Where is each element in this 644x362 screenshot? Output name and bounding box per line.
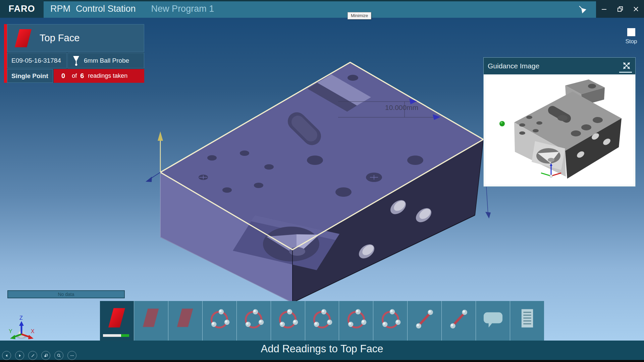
orientation-triad: Z Y X	[9, 315, 35, 339]
minimize-tooltip: Minimize	[347, 12, 371, 19]
dimension-label: 10.000mm	[385, 104, 418, 111]
plane-icon	[104, 305, 130, 333]
toolbar-item-report[interactable]	[510, 301, 544, 341]
comment-icon	[480, 305, 506, 333]
faro-logo: FARO	[0, 0, 44, 18]
feature-toolbar	[100, 301, 544, 341]
readings-suffix: readings taken	[88, 72, 127, 79]
mode-label: Single Point	[11, 72, 48, 80]
app-name: RPM	[50, 4, 70, 14]
toolbar-item-circle-1[interactable]	[202, 301, 236, 341]
circle-icon	[309, 305, 335, 333]
status-title: Add Readings to Top Face	[0, 343, 644, 355]
toolbar-item-circle-2[interactable]	[236, 301, 271, 341]
toolbar-item-circle-5[interactable]	[339, 301, 373, 341]
panel-accent-stripe	[4, 24, 7, 83]
toolbar-item-plane-active[interactable]	[100, 301, 134, 341]
toolbar-item-comment[interactable]	[476, 301, 510, 341]
status-bar: Add Readings to Top Face	[0, 341, 644, 360]
app-window: 10.000mm Z Y X No data	[0, 0, 644, 362]
feature-panel: Top Face E09-05-16-31784 6mm Ball Probe …	[4, 24, 144, 83]
restore-button[interactable]	[612, 0, 628, 18]
readings-status: 0 of 6 readings taken	[54, 69, 144, 83]
no-data-progress: No data	[7, 290, 125, 298]
toolbar-item-circle-6[interactable]	[373, 301, 407, 341]
plane-icon	[138, 305, 164, 333]
no-data-label: No data	[58, 292, 74, 297]
guidance-title: Guidance Image	[488, 62, 539, 70]
document-title: New Program 1	[151, 4, 214, 14]
plane-icon	[172, 305, 198, 333]
line-icon	[446, 305, 472, 333]
title-bar: FARO RPM Control Station New Program 1	[0, 0, 644, 18]
bottom-edge	[0, 360, 644, 362]
axis-z-label: Z	[19, 315, 23, 321]
toolbar-item-plane-2[interactable]	[134, 301, 168, 341]
guidance-part-render	[485, 75, 634, 185]
guidance-header: Guidance Image	[484, 58, 635, 74]
report-icon	[514, 305, 540, 333]
ball-probe-icon	[72, 55, 80, 66]
minimize-button[interactable]	[596, 0, 612, 18]
machine-id: E09-05-16-31784	[11, 57, 61, 64]
stop-button[interactable]: Stop	[623, 28, 640, 45]
toolbar-item-line-2[interactable]	[441, 301, 476, 341]
window-controls	[596, 0, 644, 18]
toolbar-item-circle-4[interactable]	[305, 301, 339, 341]
readings-taken: 0	[61, 72, 65, 79]
stop-icon	[627, 28, 635, 36]
axis-y-label: Y	[9, 328, 12, 334]
of-label: of	[72, 72, 77, 79]
toolbar-item-circle-3[interactable]	[271, 301, 305, 341]
machine-id-cell: E09-05-16-31784	[7, 53, 67, 68]
expand-icon[interactable]	[622, 61, 631, 70]
feature-name: Top Face	[40, 33, 79, 44]
guidance-panel: Guidance Image	[483, 57, 636, 187]
item-progress-bar	[103, 334, 129, 337]
toolbar-item-line-1[interactable]	[407, 301, 441, 341]
readings-total: 6	[80, 72, 84, 79]
stop-label: Stop	[623, 38, 640, 45]
circle-icon	[275, 305, 301, 333]
close-button[interactable]	[628, 0, 644, 18]
circle-icon	[377, 305, 404, 333]
axis-x-label: X	[31, 328, 35, 334]
probe-cell: 6mm Ball Probe	[67, 53, 144, 68]
mode-cell: Single Point	[7, 69, 53, 83]
registration-point	[499, 121, 505, 126]
app-suffix: Control Station	[76, 4, 136, 14]
toolbar-item-plane-3[interactable]	[168, 301, 202, 341]
probe-icon	[578, 4, 587, 14]
circle-icon	[240, 305, 267, 333]
circle-icon	[343, 305, 369, 333]
app-title: RPM Control Station New Program 1	[50, 0, 214, 18]
probe-name: 6mm Ball Probe	[84, 57, 129, 64]
feature-header: Top Face	[7, 24, 144, 52]
guidance-image	[484, 74, 635, 186]
plane-feature-icon	[13, 28, 33, 49]
line-icon	[412, 305, 438, 333]
circle-icon	[206, 305, 232, 333]
